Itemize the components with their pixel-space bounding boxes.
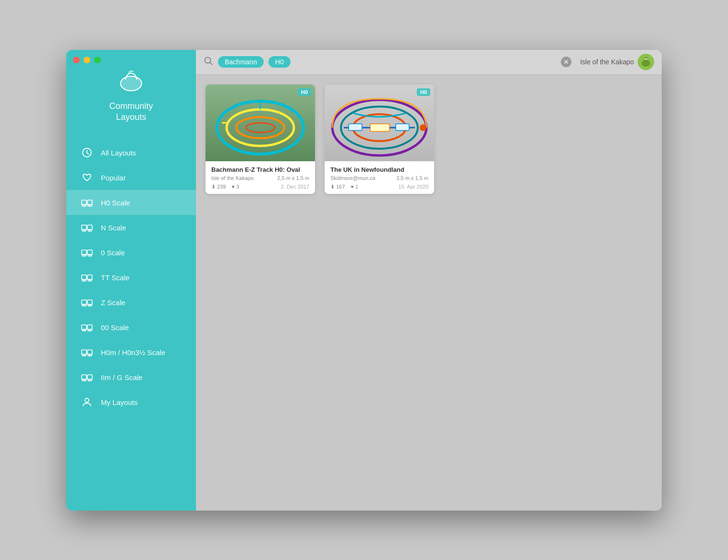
sidebar-item-label-h0m-scale: H0m / H0n3½ Scale xyxy=(101,348,165,357)
card-downloads-2: ⬇ 167 xyxy=(330,184,345,190)
user-avatar xyxy=(638,54,654,70)
card-bachmann-oval[interactable]: H0 Bachmann E-Z Track H0: Oval Isle of t… xyxy=(206,84,315,194)
card-author-1: Isle of the Kakapo xyxy=(211,175,254,181)
svg-rect-32 xyxy=(82,325,86,330)
svg-point-0 xyxy=(121,76,142,91)
svg-rect-69 xyxy=(370,124,389,131)
user-info: Isle of the Kakapo xyxy=(580,54,654,70)
svg-point-11 xyxy=(84,229,86,231)
svg-point-56 xyxy=(644,59,646,60)
sidebar-item-tt-scale[interactable]: TT Scale xyxy=(66,265,196,290)
train-icon-o xyxy=(81,246,93,259)
minimize-button[interactable] xyxy=(84,57,90,63)
svg-point-23 xyxy=(84,279,86,281)
sidebar-item-label-z-scale: Z Scale xyxy=(101,298,125,307)
card-meta-2: Skidmore@mun.ca 3,5 m x 1,5 m xyxy=(330,175,428,181)
traffic-lights xyxy=(73,57,101,63)
svg-point-50 xyxy=(85,398,89,402)
svg-rect-9 xyxy=(87,225,92,230)
close-button[interactable] xyxy=(73,57,80,63)
train-icon-n xyxy=(81,221,93,234)
card-likes-1: ♥ 3 xyxy=(231,184,239,190)
svg-rect-2 xyxy=(82,200,86,205)
search-bar: Bachmann E-Z Track H0: Oval Bachmann H0 … xyxy=(196,50,662,75)
sidebar-item-h0-scale[interactable]: H0 Scale xyxy=(66,190,196,215)
train-icon-iim xyxy=(81,371,93,383)
person-icon xyxy=(81,396,93,408)
svg-rect-21 xyxy=(87,275,92,280)
sidebar-item-popular[interactable]: Popular xyxy=(66,165,196,190)
card-badge-2: H0 xyxy=(417,88,430,96)
sidebar-item-label-popular: Popular xyxy=(101,174,126,182)
svg-point-25 xyxy=(90,279,92,281)
search-tag-h0[interactable]: H0 xyxy=(268,56,291,68)
svg-point-31 xyxy=(90,304,92,306)
sidebar-item-label-tt-scale: TT Scale xyxy=(101,274,130,282)
sidebar-item-my-layouts[interactable]: My Layouts xyxy=(66,390,196,415)
card-title-1: Bachmann E-Z Track H0: Oval xyxy=(211,166,309,173)
sidebar-item-label-my-layouts: My Layouts xyxy=(101,398,138,406)
card-author-2: Skidmore@mun.ca xyxy=(330,175,376,181)
card-uk-newfoundland[interactable]: H0 The UK in Newfoundland Skidmore@mun.c… xyxy=(325,84,434,194)
svg-point-72 xyxy=(420,124,426,131)
card-downloads-1: ⬇ 239 xyxy=(211,184,226,190)
sidebar-nav: All Layouts Popular xyxy=(66,140,196,415)
sidebar-item-label-oo-scale: 00 Scale xyxy=(101,323,129,332)
sidebar-item-iim-scale[interactable]: IIm / G Scale xyxy=(66,365,196,390)
cards-area: H0 Bachmann E-Z Track H0: Oval Isle of t… xyxy=(196,75,662,511)
sidebar-item-z-scale[interactable]: Z Scale xyxy=(66,290,196,315)
svg-rect-27 xyxy=(87,300,92,305)
svg-point-35 xyxy=(84,329,86,331)
svg-point-54 xyxy=(643,57,648,62)
card-stats-2: ⬇ 167 ♥ 1 15. Apr 2020 xyxy=(330,184,428,190)
download-icon-1: ⬇ xyxy=(211,184,216,190)
sidebar-item-all-layouts[interactable]: All Layouts xyxy=(66,140,196,165)
search-clear-button[interactable]: ✕ xyxy=(561,57,571,67)
sidebar-item-oo-scale[interactable]: 00 Scale xyxy=(66,315,196,340)
card-stats-1: ⬇ 239 ♥ 3 2. Dec 2017 xyxy=(211,184,309,190)
svg-point-49 xyxy=(90,379,92,381)
search-icon xyxy=(204,56,213,68)
card-dimensions-2: 3,5 m x 1,5 m xyxy=(396,175,428,181)
svg-rect-15 xyxy=(87,250,92,255)
card-likes-2: ♥ 1 xyxy=(351,184,358,190)
svg-rect-71 xyxy=(396,124,409,131)
svg-point-19 xyxy=(90,254,92,256)
train-icon-h0 xyxy=(81,196,93,209)
card-image-oval: H0 xyxy=(206,84,315,161)
search-tag-bachmann[interactable]: Bachmann E-Z Track H0: Oval Bachmann xyxy=(218,56,264,68)
svg-rect-3 xyxy=(87,200,92,205)
train-icon-tt xyxy=(81,271,93,284)
app-title: CommunityLayouts xyxy=(109,101,153,123)
train-icon-oo xyxy=(81,321,93,334)
svg-point-17 xyxy=(84,254,86,256)
svg-point-41 xyxy=(84,354,86,356)
maximize-button[interactable] xyxy=(94,57,101,63)
card-date-1: 2. Dec 2017 xyxy=(281,184,309,190)
app-logo xyxy=(117,69,146,101)
card-info-1: Bachmann E-Z Track H0: Oval Isle of the … xyxy=(206,161,315,194)
svg-point-29 xyxy=(84,304,86,306)
svg-rect-44 xyxy=(82,375,86,380)
download-icon-2: ⬇ xyxy=(330,184,335,190)
search-tag-h0-label: H0 xyxy=(275,58,284,66)
svg-point-47 xyxy=(84,379,86,381)
svg-point-37 xyxy=(90,329,92,331)
heart-icon xyxy=(81,171,93,184)
card-info-2: The UK in Newfoundland Skidmore@mun.ca 3… xyxy=(325,161,434,194)
svg-point-43 xyxy=(90,354,92,356)
sidebar-item-label-iim-scale: IIm / G Scale xyxy=(101,373,143,381)
svg-point-7 xyxy=(90,204,92,206)
svg-point-5 xyxy=(84,204,86,206)
train-icon-z xyxy=(81,296,93,309)
main-content: Bachmann E-Z Track H0: Oval Bachmann H0 … xyxy=(196,50,662,511)
sidebar-item-o-scale[interactable]: 0 Scale xyxy=(66,240,196,265)
sidebar-item-n-scale[interactable]: N Scale xyxy=(66,215,196,240)
svg-rect-8 xyxy=(82,225,86,230)
svg-point-55 xyxy=(646,59,648,60)
svg-rect-45 xyxy=(87,375,92,380)
card-image-complex: H0 xyxy=(325,84,434,161)
card-date-2: 15. Apr 2020 xyxy=(399,184,428,190)
sidebar-item-h0m-scale[interactable]: H0m / H0n3½ Scale xyxy=(66,340,196,365)
svg-rect-20 xyxy=(82,275,86,280)
